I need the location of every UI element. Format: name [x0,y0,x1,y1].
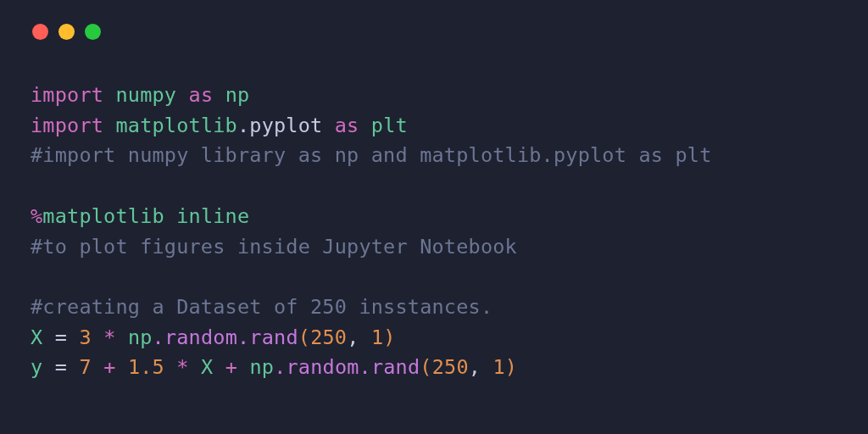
minimize-icon[interactable] [58,24,75,40]
magic-prefix: % [31,204,42,228]
alias: np [225,83,250,107]
argument: 1 [492,355,504,379]
operator: * [176,355,188,379]
close-icon[interactable] [32,24,48,40]
module-name: numpy [115,83,176,107]
variable: y [31,355,42,379]
keyword: import [31,83,103,107]
operator: * [103,326,115,349]
code-block: import numpy as np import matplotlib.pyp… [31,81,837,383]
attribute: .random.rand [274,355,420,379]
keyword: as [189,83,214,107]
number: 3 [79,326,91,349]
operator: + [225,355,237,379]
identifier: np [249,355,274,379]
window-traffic-lights [32,24,837,40]
alias: plt [371,114,408,137]
submodule: pyplot [249,114,322,137]
number: 1.5 [128,355,164,379]
magic-arg: inline [176,204,249,228]
operator: + [103,355,115,379]
variable: X [31,326,42,349]
keyword: import [31,114,103,137]
argument: 1 [371,326,383,349]
comment: #import numpy library as np and matplotl… [31,143,712,167]
comment: #to plot figures inside Jupyter Notebook [31,235,517,259]
identifier: np [128,326,153,349]
maximize-icon[interactable] [85,24,101,40]
argument: 250 [310,326,347,349]
magic-command: matplotlib [42,204,164,228]
number: 7 [79,355,91,379]
keyword: as [335,114,359,137]
argument: 250 [432,355,469,379]
identifier: X [201,355,213,379]
module-name: matplotlib [115,114,236,137]
comment: #creating a Dataset of 250 insstances. [31,295,492,319]
attribute: .random.rand [153,326,298,349]
